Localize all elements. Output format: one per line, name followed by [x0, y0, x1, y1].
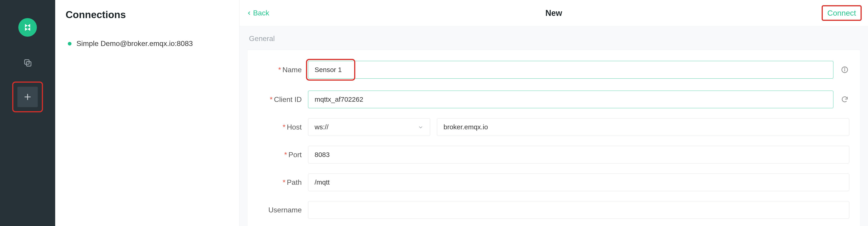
collections-icon[interactable]	[20, 55, 35, 70]
label-port: *Port	[258, 150, 308, 159]
name-input-ext[interactable]	[355, 61, 833, 79]
form-body: General *Name	[240, 26, 868, 226]
path-input[interactable]	[308, 173, 849, 191]
svg-point-6	[844, 68, 845, 68]
nav-rail	[0, 0, 55, 226]
page-title: New	[545, 8, 562, 18]
host-scheme-select[interactable]: ws://	[308, 118, 430, 136]
back-button[interactable]: Back	[247, 9, 269, 17]
host-scheme-value: ws://	[315, 123, 329, 131]
app-logo	[18, 18, 37, 37]
info-icon[interactable]	[840, 65, 849, 74]
username-input[interactable]	[308, 201, 849, 219]
row-client-id: *Client ID	[258, 91, 849, 108]
connections-panel: Connections Simple Demo@broker.emqx.io:8…	[55, 0, 240, 226]
new-connection-highlight	[12, 82, 43, 112]
name-input[interactable]	[308, 61, 353, 79]
form-card: *Name *Client	[247, 50, 860, 226]
host-input[interactable]	[437, 118, 849, 136]
port-input[interactable]	[308, 146, 849, 164]
topbar: Back New Connect	[240, 0, 868, 26]
connection-item-label: Simple Demo@broker.emqx.io:8083	[76, 39, 193, 48]
connections-title: Connections	[66, 9, 228, 20]
section-general-label: General	[240, 26, 868, 50]
chevron-left-icon	[247, 11, 252, 16]
new-connection-button[interactable]	[18, 87, 38, 107]
chevron-down-icon	[418, 124, 424, 130]
client-id-input[interactable]	[308, 91, 833, 108]
back-label: Back	[253, 9, 269, 17]
row-path: *Path	[258, 173, 849, 191]
label-username: Username	[258, 206, 308, 214]
row-username: Username	[258, 201, 849, 219]
connect-button[interactable]: Connect	[822, 5, 862, 21]
status-dot-icon	[68, 42, 71, 46]
label-name: *Name	[258, 66, 308, 74]
label-host: *Host	[258, 123, 308, 131]
row-port: *Port	[258, 146, 849, 164]
label-path: *Path	[258, 178, 308, 187]
connection-item[interactable]: Simple Demo@broker.emqx.io:8083	[66, 39, 228, 48]
main-area: Back New Connect General *Name	[240, 0, 868, 226]
label-client-id: *Client ID	[258, 95, 308, 104]
row-name: *Name	[258, 59, 849, 81]
name-input-highlight	[306, 59, 355, 81]
row-host: *Host ws://	[258, 118, 849, 136]
refresh-icon[interactable]	[840, 95, 849, 104]
